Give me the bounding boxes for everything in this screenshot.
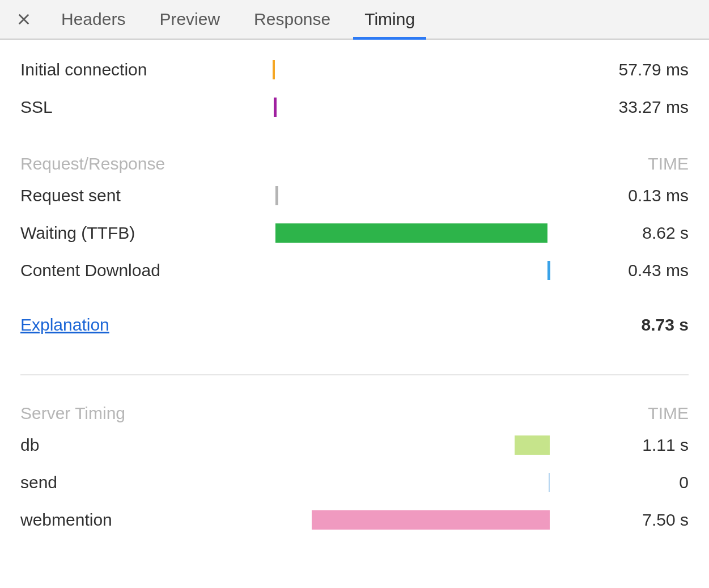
timing-bar-area	[273, 261, 550, 280]
timing-bar	[312, 510, 550, 530]
explanation-link[interactable]: Explanation	[20, 315, 109, 335]
timing-bar	[549, 473, 550, 492]
timing-row-label: db	[20, 435, 273, 455]
timing-row-label: send	[20, 473, 273, 492]
tab-response[interactable]: Response	[237, 0, 347, 39]
timing-bar	[274, 98, 277, 117]
timing-row-label: SSL	[20, 98, 273, 117]
total-time: 8.73 s	[109, 315, 689, 335]
timing-row-value: 0	[550, 473, 689, 492]
timing-bar-area	[273, 510, 550, 530]
timing-bar	[547, 261, 550, 280]
section-title: Server Timing	[20, 404, 550, 423]
timing-row-label: Request sent	[20, 186, 273, 205]
timing-bar	[515, 435, 550, 455]
time-column-label: TIME	[550, 404, 689, 423]
tabs: Headers Preview Response Timing	[44, 0, 432, 39]
timing-row-value: 0.13 ms	[550, 186, 689, 205]
timing-row-label: Initial connection	[20, 60, 273, 79]
timing-row: SSL33.27 ms	[20, 88, 689, 126]
timing-bar	[275, 186, 278, 205]
timing-row: Initial connection57.79 ms	[20, 51, 689, 88]
section-divider	[20, 374, 689, 375]
timing-row-value: 33.27 ms	[550, 98, 689, 117]
timing-row: Waiting (TTFB)8.62 s	[20, 214, 689, 252]
timing-row-label: Content Download	[20, 261, 273, 280]
timing-bar-area	[273, 186, 550, 205]
timing-bar-area	[273, 98, 550, 117]
timing-panel: Initial connection57.79 msSSL33.27 ms Re…	[0, 40, 709, 561]
timing-row: Request sent0.13 ms	[20, 177, 689, 214]
timing-bar-area	[273, 473, 550, 492]
close-icon	[18, 13, 30, 26]
timing-bar-area	[273, 435, 550, 455]
timing-row-value: 0.43 ms	[550, 261, 689, 280]
tab-timing[interactable]: Timing	[347, 0, 432, 39]
timing-row-value: 8.62 s	[550, 223, 689, 243]
timing-bar-area	[273, 223, 550, 243]
time-column-label: TIME	[550, 154, 689, 174]
timing-row: db1.11 s	[20, 426, 689, 464]
tab-preview[interactable]: Preview	[142, 0, 237, 39]
timing-bar	[275, 223, 547, 243]
timing-row-value: 7.50 s	[550, 510, 689, 530]
timing-bar-area	[273, 60, 550, 79]
timing-row-value: 1.11 s	[550, 435, 689, 455]
close-button[interactable]	[10, 6, 37, 33]
timing-row-label: Waiting (TTFB)	[20, 223, 273, 243]
section-header-server-timing: Server Timing TIME	[20, 404, 689, 423]
timing-bar	[273, 60, 275, 79]
timing-row: Content Download0.43 ms	[20, 252, 689, 289]
tab-bar: Headers Preview Response Timing	[0, 0, 709, 40]
timing-row: send0	[20, 464, 689, 501]
section-title: Request/Response	[20, 154, 550, 174]
timing-row: webmention7.50 s	[20, 501, 689, 539]
section-header-reqresp: Request/Response TIME	[20, 154, 689, 174]
explanation-row: Explanation 8.73 s	[20, 315, 689, 335]
tab-headers[interactable]: Headers	[44, 0, 142, 39]
timing-row-value: 57.79 ms	[550, 60, 689, 79]
timing-row-label: webmention	[20, 510, 273, 530]
